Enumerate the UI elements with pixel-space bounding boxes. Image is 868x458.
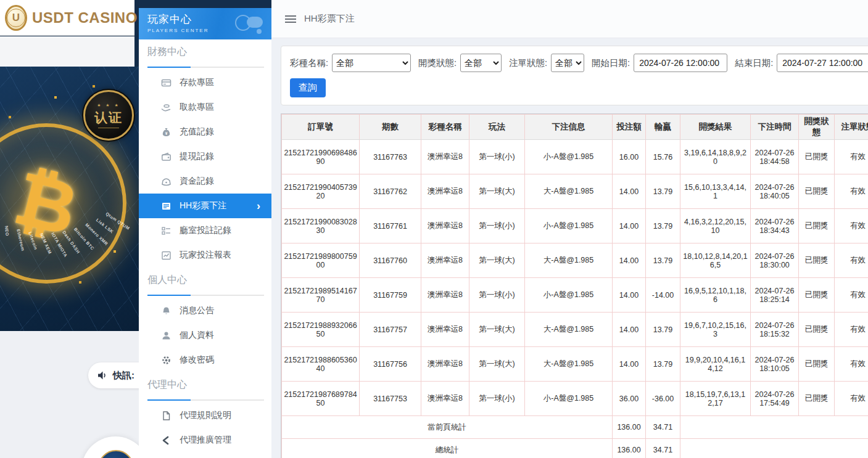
sidebar: 玩家中心 PLAYERS CENTER 財務中心 存款專區 取款專區 ¥ 充值記… bbox=[139, 0, 271, 458]
lottery-name-select[interactable]: 全部 bbox=[332, 54, 411, 72]
draw-status-select[interactable]: 全部 bbox=[460, 54, 502, 72]
cell-bet-time: 2024-07-26 18:40:05 bbox=[751, 174, 799, 209]
cell-order-status: 有效 bbox=[835, 347, 868, 382]
start-date-label: 開始日期: bbox=[592, 57, 630, 69]
sidebar-item-room-bet-log[interactable]: 廳室投註記錄 bbox=[139, 218, 271, 243]
cell-draw-status: 已開獎 bbox=[799, 278, 835, 313]
sidebar-item-withdraw-zone[interactable]: 取款專區 bbox=[139, 95, 271, 120]
cell-draw-result: 18,10,12,8,14,20,16,5 bbox=[680, 243, 751, 278]
sidebar-item-deposit[interactable]: 存款專區 bbox=[139, 70, 271, 95]
newspaper-icon bbox=[161, 201, 172, 211]
logo-under-strip bbox=[0, 36, 134, 67]
main-content: HH彩票下注 彩種名稱: 全部 開獎狀態: 全部 注單狀態: 全部 開始日期: … bbox=[271, 0, 868, 458]
gear-icon bbox=[161, 355, 172, 366]
sidebar-item-agent-rules[interactable]: 代理規則說明 bbox=[139, 403, 271, 428]
page-summary-win: 34.71 bbox=[646, 416, 680, 439]
start-date-input[interactable] bbox=[634, 54, 727, 72]
page-summary-empty bbox=[680, 416, 868, 439]
customer-service-button[interactable] bbox=[81, 436, 139, 458]
search-button[interactable]: 查詢 bbox=[290, 78, 326, 97]
cell-bet-time: 2024-07-26 18:25:14 bbox=[751, 278, 799, 313]
network-dots bbox=[54, 96, 57, 99]
bitcoin-hero-image: ₿ NEO Ethereum Litecoin NEM XEM IOTA MIO… bbox=[0, 67, 139, 331]
cell-lottery-name: 澳洲幸运8 bbox=[421, 209, 469, 243]
speaker-icon bbox=[97, 370, 108, 380]
bet-row: 2152172199008302830 31167761 澳洲幸运8 第一球(小… bbox=[282, 209, 868, 243]
cell-win-loss: 15.76 bbox=[646, 140, 680, 174]
page-title: HH彩票下注 bbox=[304, 13, 355, 25]
crypto-label: NEO bbox=[4, 226, 9, 236]
cell-draw-status: 已開獎 bbox=[799, 209, 835, 243]
sidebar-item-label: 資金記錄 bbox=[180, 176, 214, 187]
cell-order-no: 2152172199008302830 bbox=[282, 209, 360, 243]
cell-bet-amount: 14.00 bbox=[613, 313, 646, 347]
bank-card-icon bbox=[161, 78, 172, 88]
cell-lottery-name: 澳洲幸运8 bbox=[421, 174, 469, 209]
cell-bet-amount: 14.00 bbox=[613, 209, 646, 243]
sidebar-item-withdraw-log[interactable]: 提現記錄 bbox=[139, 144, 271, 169]
sidebar-item-agent-promo[interactable]: 代理推廣管理 bbox=[139, 428, 271, 452]
cell-order-status: 有效 bbox=[835, 313, 868, 347]
certification-badge: ★ ★ ★ 认证 bbox=[83, 90, 134, 141]
col-draw-result: 開獎結果 bbox=[680, 115, 751, 140]
cell-lottery-name: 澳洲幸运8 bbox=[421, 140, 469, 174]
cell-period: 31167760 bbox=[360, 243, 421, 278]
sidebar-item-player-report[interactable]: 玩家投注報表 bbox=[139, 243, 271, 268]
cell-bet-time: 2024-07-26 18:44:58 bbox=[751, 140, 799, 174]
sidebar-item-hh-lottery-bets[interactable]: HH彩票下注 › bbox=[139, 194, 271, 218]
bell-icon bbox=[161, 306, 172, 316]
bet-row: 2152172198951416770 31167759 澳洲幸运8 第一球(小… bbox=[282, 278, 868, 313]
sidebar-item-announcements[interactable]: 消息公告 bbox=[139, 298, 271, 323]
order-status-select[interactable]: 全部 bbox=[551, 54, 584, 72]
cell-lottery-name: 澳洲幸运8 bbox=[421, 347, 469, 382]
col-play-type: 玩法 bbox=[469, 115, 525, 140]
cell-bet-time: 2024-07-26 18:30:00 bbox=[751, 243, 799, 278]
end-date-input[interactable] bbox=[777, 54, 868, 72]
cell-order-status: 有效 bbox=[835, 278, 868, 313]
cell-draw-result: 16,9,5,12,10,1,18,6 bbox=[680, 278, 751, 313]
cell-draw-result: 4,16,3,2,12,20,15,10 bbox=[680, 209, 751, 243]
total-summary-row: 總統計 136.00 34.71 bbox=[282, 439, 868, 458]
cell-bet-amount: 14.00 bbox=[613, 174, 646, 209]
end-date-label: 結束日期: bbox=[735, 57, 773, 69]
draw-status-label: 開獎狀態: bbox=[418, 57, 457, 69]
section-agent-center: 代理中心 bbox=[147, 378, 264, 391]
bets-table: 訂單號 期數 彩種名稱 玩法 下注信息 投注額 輸贏 開獎結果 下注時間 開獎狀… bbox=[281, 114, 868, 458]
table-body: 2152172199069848690 31167763 澳洲幸运8 第一球(小… bbox=[282, 140, 868, 416]
cell-bet-amount: 14.00 bbox=[613, 278, 646, 313]
cell-order-status: 有效 bbox=[835, 209, 868, 243]
col-bet-info: 下注信息 bbox=[525, 115, 613, 140]
cell-draw-status: 已開獎 bbox=[799, 313, 835, 347]
cell-draw-status: 已開獎 bbox=[799, 347, 835, 382]
cell-order-status: 有效 bbox=[835, 243, 868, 278]
cell-bet-amount: 36.00 bbox=[613, 382, 646, 416]
cell-bet-time: 2024-07-26 17:54:49 bbox=[751, 382, 799, 416]
col-draw-status: 開獎狀態 bbox=[799, 115, 835, 140]
table-header-row: 訂單號 期數 彩種名稱 玩法 下注信息 投注額 輸贏 開獎結果 下注時間 開獎狀… bbox=[282, 115, 868, 140]
cell-win-loss: 13.79 bbox=[646, 243, 680, 278]
section-underline bbox=[147, 399, 264, 401]
total-summary-label: 總統計 bbox=[282, 439, 613, 458]
sidebar-item-profile[interactable]: 個人資料 bbox=[139, 323, 271, 348]
wallet-icon bbox=[161, 152, 172, 162]
cell-lottery-name: 澳洲幸运8 bbox=[421, 278, 469, 313]
hamburger-menu-icon[interactable] bbox=[285, 15, 296, 23]
sidebar-item-label: 存款專區 bbox=[180, 77, 214, 88]
news-ticker: 快訊: bbox=[88, 362, 139, 388]
sidebar-item-recharge-log[interactable]: ¥ 充值記錄 bbox=[139, 120, 271, 144]
col-lottery-name: 彩種名稱 bbox=[421, 115, 469, 140]
page-summary-row: 當前頁統計 136.00 34.71 bbox=[282, 416, 868, 439]
cell-bet-info: 小-A盤@1.985 bbox=[525, 209, 613, 243]
cell-win-loss: -14.00 bbox=[646, 278, 680, 313]
sidebar-item-change-password[interactable]: 修改密碼 bbox=[139, 348, 271, 372]
sidebar-item-funds-log[interactable]: 資金記錄 bbox=[139, 169, 271, 194]
brand-logo[interactable]: U USDT CASINO bbox=[0, 0, 134, 36]
bet-row: 2152172198768978450 31167753 澳洲幸运8 第一球(小… bbox=[282, 382, 868, 416]
total-summary-bet: 136.00 bbox=[613, 439, 646, 458]
report-chart-icon bbox=[161, 250, 172, 261]
sidebar-menu: 財務中心 存款專區 取款專區 ¥ 充值記錄 提現記錄 資金記錄 bbox=[139, 46, 271, 452]
cell-play-type: 第一球(小) bbox=[469, 209, 525, 243]
bet-row: 2152172199040573920 31167762 澳洲幸运8 第一球(大… bbox=[282, 174, 868, 209]
cell-order-status: 有效 bbox=[835, 140, 868, 174]
cell-win-loss: 13.79 bbox=[646, 347, 680, 382]
